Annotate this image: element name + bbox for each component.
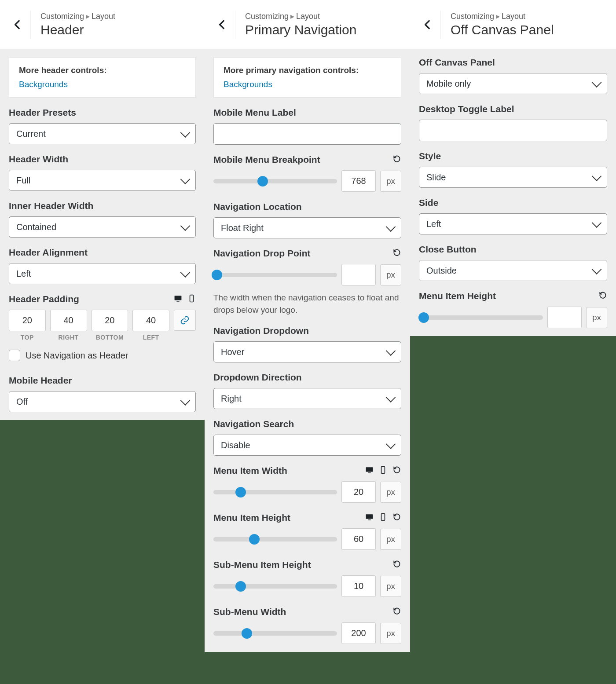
mobile-icon[interactable] bbox=[379, 513, 387, 523]
label-menu-item-height: Menu Item Height bbox=[419, 291, 496, 301]
select-header-width[interactable]: Full bbox=[9, 170, 196, 191]
reset-icon[interactable] bbox=[598, 291, 607, 301]
label-nav-search: Navigation Search bbox=[213, 419, 401, 429]
svg-rect-8 bbox=[381, 513, 385, 520]
chevron-left-icon bbox=[216, 19, 228, 30]
back-button[interactable] bbox=[414, 11, 441, 39]
desktop-icon[interactable] bbox=[365, 513, 374, 523]
svg-rect-3 bbox=[366, 467, 373, 472]
page-title: Off Canvas Panel bbox=[451, 22, 554, 37]
slider-menu-item-width[interactable] bbox=[213, 490, 337, 494]
unit-px: px bbox=[380, 482, 401, 503]
padding-right-input[interactable] bbox=[50, 310, 87, 331]
label-close-button: Close Button bbox=[419, 244, 607, 255]
slider-submenu-width[interactable] bbox=[213, 631, 337, 636]
link-icon bbox=[180, 315, 190, 325]
panel-primary-navigation: Customizing▸Layout Primary Navigation Mo… bbox=[205, 0, 410, 652]
slider-menu-item-height[interactable] bbox=[419, 315, 543, 320]
unit-px: px bbox=[380, 529, 401, 550]
chevron-left-icon bbox=[422, 19, 433, 30]
info-box: More header controls: Backgrounds bbox=[9, 57, 196, 98]
input-menu-item-height[interactable] bbox=[547, 307, 582, 328]
select-side[interactable]: Left bbox=[419, 213, 607, 234]
label-mobile-menu-label: Mobile Menu Label bbox=[213, 107, 401, 118]
help-nav-drop-point: The width when the navigation ceases to … bbox=[213, 292, 401, 316]
info-box: More primary navigation controls: Backgr… bbox=[213, 57, 401, 98]
select-mobile-header[interactable]: Off bbox=[9, 391, 196, 412]
input-submenu-item-height[interactable] bbox=[341, 575, 376, 597]
use-nav-as-header-checkbox[interactable] bbox=[9, 350, 20, 361]
select-inner-header-width[interactable]: Contained bbox=[9, 216, 196, 238]
label-off-canvas-panel: Off Canvas Panel bbox=[419, 57, 607, 68]
slider-menu-item-height[interactable] bbox=[213, 537, 337, 541]
select-nav-location[interactable]: Float Right bbox=[213, 217, 401, 238]
padding-bottom-input[interactable] bbox=[92, 310, 128, 331]
select-nav-dropdown[interactable]: Hover bbox=[213, 341, 401, 362]
reset-icon[interactable] bbox=[392, 607, 401, 617]
reset-icon[interactable] bbox=[392, 465, 401, 476]
input-submenu-width[interactable] bbox=[341, 622, 376, 644]
padding-top-input[interactable] bbox=[9, 310, 46, 331]
unit-px: px bbox=[380, 171, 401, 192]
mobile-icon[interactable] bbox=[379, 466, 387, 476]
label-header-padding: Header Padding bbox=[9, 294, 79, 304]
svg-rect-2 bbox=[190, 295, 194, 302]
chevron-left-icon bbox=[12, 19, 23, 30]
label-header-width: Header Width bbox=[9, 154, 196, 165]
page-title: Header bbox=[40, 22, 115, 37]
link-values-button[interactable] bbox=[174, 310, 196, 331]
desktop-icon[interactable] bbox=[174, 294, 182, 304]
slider-submenu-item-height[interactable] bbox=[213, 584, 337, 589]
select-header-alignment[interactable]: Left bbox=[9, 263, 196, 284]
backgrounds-link[interactable]: Backgrounds bbox=[224, 80, 272, 89]
slider-nav-drop-point[interactable] bbox=[213, 273, 337, 277]
input-mobile-menu-label[interactable] bbox=[213, 123, 401, 145]
input-desktop-toggle[interactable] bbox=[419, 120, 607, 141]
label-side: Side bbox=[419, 198, 607, 208]
info-title: More header controls: bbox=[19, 66, 186, 75]
slider-mobile-menu-breakpoint[interactable] bbox=[213, 179, 337, 183]
select-nav-search[interactable]: Disable bbox=[213, 435, 401, 456]
label-style: Style bbox=[419, 151, 607, 161]
desktop-icon[interactable] bbox=[365, 466, 374, 476]
svg-rect-4 bbox=[368, 472, 370, 473]
label-nav-drop-point: Navigation Drop Point bbox=[213, 248, 311, 259]
back-button[interactable] bbox=[209, 11, 235, 39]
panel-header-bar: Customizing▸Layout Primary Navigation bbox=[205, 0, 410, 49]
label-nav-dropdown: Navigation Dropdown bbox=[213, 326, 401, 336]
select-close-button[interactable]: Outside bbox=[419, 260, 607, 281]
label-submenu-item-height: Sub-Menu Item Height bbox=[213, 560, 311, 570]
svg-rect-5 bbox=[381, 466, 385, 473]
label-nav-location: Navigation Location bbox=[213, 201, 401, 212]
unit-px: px bbox=[380, 264, 401, 285]
input-nav-drop-point[interactable] bbox=[341, 264, 376, 285]
label-dropdown-direction: Dropdown Direction bbox=[213, 372, 401, 383]
input-menu-item-height[interactable] bbox=[341, 528, 376, 550]
panel-off-canvas: Customizing▸Layout Off Canvas Panel Off … bbox=[410, 0, 616, 336]
label-submenu-width: Sub-Menu Width bbox=[213, 607, 286, 617]
reset-icon[interactable] bbox=[392, 560, 401, 570]
back-button[interactable] bbox=[4, 11, 31, 39]
panel-header-bar: Customizing▸Layout Header bbox=[0, 0, 205, 49]
reset-icon[interactable] bbox=[392, 248, 401, 259]
label-menu-item-height: Menu Item Height bbox=[213, 512, 290, 523]
panel-header: Customizing▸Layout Header More header co… bbox=[0, 0, 205, 420]
select-style[interactable]: Slide bbox=[419, 167, 607, 188]
reset-icon[interactable] bbox=[392, 512, 401, 523]
select-dropdown-direction[interactable]: Right bbox=[213, 388, 401, 409]
mobile-icon[interactable] bbox=[187, 294, 196, 304]
reset-icon[interactable] bbox=[392, 154, 401, 165]
label-header-presets: Header Presets bbox=[9, 107, 196, 118]
input-menu-item-width[interactable] bbox=[341, 481, 376, 503]
input-mobile-menu-breakpoint[interactable] bbox=[341, 170, 376, 192]
select-off-canvas-panel[interactable]: Mobile only bbox=[419, 73, 607, 94]
breadcrumb: Customizing▸Layout bbox=[245, 11, 356, 21]
padding-left-input[interactable] bbox=[132, 310, 169, 331]
label-desktop-toggle: Desktop Toggle Label bbox=[419, 104, 607, 114]
select-header-presets[interactable]: Current bbox=[9, 123, 196, 144]
label-mobile-menu-breakpoint: Mobile Menu Breakpoint bbox=[213, 154, 320, 165]
use-nav-as-header-label: Use Navigation as Header bbox=[26, 351, 128, 361]
label-menu-item-width: Menu Item Width bbox=[213, 465, 287, 476]
backgrounds-link[interactable]: Backgrounds bbox=[19, 80, 68, 89]
page-title: Primary Navigation bbox=[245, 22, 356, 37]
